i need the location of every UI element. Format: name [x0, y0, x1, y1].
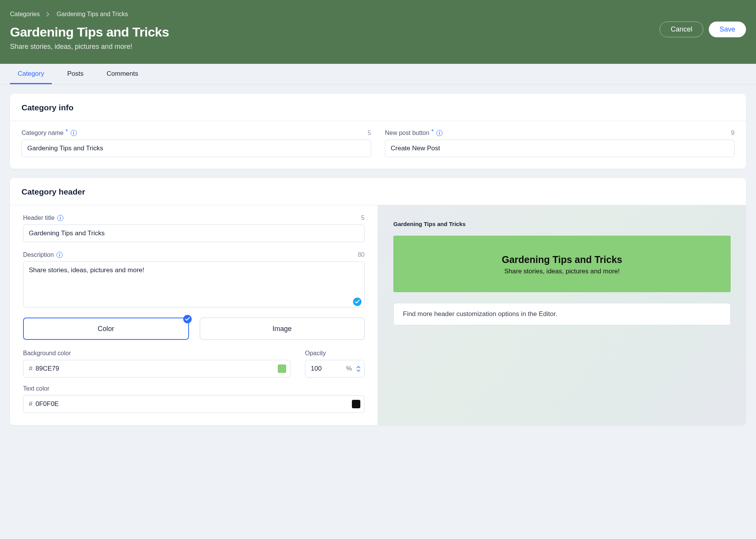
text-color-value[interactable]	[35, 400, 349, 408]
preview-hero-title: Gardening Tips and Tricks	[401, 254, 723, 265]
checkmark-icon	[183, 315, 192, 323]
opacity-stepper[interactable]	[356, 366, 360, 372]
opacity-field: Opacity %	[305, 350, 365, 378]
tab-category[interactable]: Category	[10, 64, 52, 84]
text-color-swatch[interactable]	[352, 400, 360, 408]
save-button[interactable]: Save	[709, 22, 746, 37]
text-color-label: Text color	[23, 385, 365, 392]
tab-posts[interactable]: Posts	[60, 64, 91, 84]
header-config-form: Header title i 5 Description i 80	[10, 205, 378, 425]
description-counter: 80	[358, 251, 365, 258]
description-field: Description i 80	[23, 251, 365, 309]
hash-icon: #	[29, 365, 32, 373]
header-title-label: Header title i	[23, 215, 63, 221]
category-name-label: Category name * i	[22, 130, 77, 136]
new-post-button-field: New post button * i 9	[385, 130, 734, 157]
breadcrumb-parent[interactable]: Categories	[10, 11, 40, 18]
toggle-image-button[interactable]: Image	[200, 318, 365, 340]
editor-hint: Find more header customization options i…	[393, 303, 731, 325]
preview-breadcrumb: Gardening Tips and Tricks	[393, 221, 731, 227]
category-name-input[interactable]	[22, 140, 371, 157]
header-title-field: Header title i 5	[23, 215, 365, 242]
new-post-button-counter: 9	[731, 130, 734, 136]
category-header-title: Category header	[10, 178, 746, 205]
checkmark-icon	[353, 298, 361, 306]
hash-icon: #	[29, 400, 32, 408]
breadcrumb: Categories Gardening Tips and Tricks	[10, 11, 746, 18]
info-icon[interactable]: i	[57, 215, 63, 221]
required-star-icon: *	[431, 128, 434, 135]
background-color-label: Background color	[23, 350, 290, 357]
chevron-down-icon[interactable]	[356, 369, 360, 372]
background-type-toggle: Color Image	[23, 318, 365, 340]
text-color-input[interactable]: #	[23, 395, 365, 413]
header-preview: Gardening Tips and Tricks Gardening Tips…	[378, 205, 746, 425]
tab-comments[interactable]: Comments	[99, 64, 146, 84]
preview-hero-subtitle: Share stories, ideas, pictures and more!	[401, 268, 723, 275]
preview-hero: Gardening Tips and Tricks Share stories,…	[393, 236, 731, 292]
category-name-field: Category name * i 5	[22, 130, 371, 157]
chevron-right-icon	[46, 12, 50, 17]
header-title-counter: 5	[361, 215, 365, 221]
background-color-field: Background color #	[23, 350, 290, 378]
header-actions: Cancel Save	[660, 22, 746, 37]
new-post-button-input[interactable]	[385, 140, 734, 157]
breadcrumb-current: Gardening Tips and Tricks	[56, 11, 128, 18]
opacity-label: Opacity	[305, 350, 365, 357]
page-title: Gardening Tips and Tricks	[10, 25, 746, 40]
required-star-icon: *	[65, 128, 68, 135]
info-icon[interactable]: i	[436, 130, 443, 136]
category-header-panel: Category header Header title i 5 Descrip…	[10, 178, 746, 425]
info-icon[interactable]: i	[56, 252, 63, 258]
background-color-swatch[interactable]	[278, 364, 286, 373]
background-color-value[interactable]	[35, 365, 275, 373]
tabs: Category Posts Comments	[0, 64, 756, 85]
opacity-value[interactable]	[311, 365, 343, 373]
category-name-counter: 5	[368, 130, 371, 136]
page-subtitle: Share stories, ideas, pictures and more!	[10, 43, 746, 51]
chevron-up-icon[interactable]	[356, 366, 360, 368]
header-title-input[interactable]	[23, 225, 365, 242]
description-label: Description i	[23, 251, 63, 258]
description-input[interactable]	[23, 261, 365, 308]
info-icon[interactable]: i	[71, 130, 77, 136]
opacity-input[interactable]: %	[305, 360, 365, 378]
background-color-input[interactable]: #	[23, 360, 290, 378]
page-header: Categories Gardening Tips and Tricks Gar…	[0, 0, 756, 64]
cancel-button[interactable]: Cancel	[660, 22, 703, 37]
toggle-color-button[interactable]: Color	[23, 318, 189, 340]
percent-icon: %	[346, 365, 352, 373]
category-info-panel: Category info Category name * i 5 New po…	[10, 94, 746, 169]
new-post-button-label: New post button * i	[385, 130, 443, 136]
category-info-title: Category info	[10, 94, 746, 121]
text-color-field: Text color #	[23, 385, 365, 413]
